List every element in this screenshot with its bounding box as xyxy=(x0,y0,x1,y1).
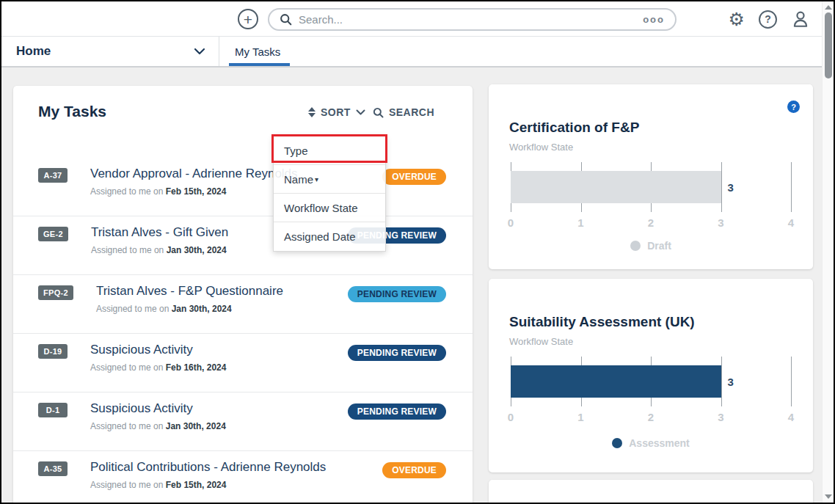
chart-help-icon[interactable]: ? xyxy=(787,101,800,113)
assigned-prefix: Assigned to me on xyxy=(90,480,163,490)
add-button[interactable]: + xyxy=(238,9,258,29)
axis-tick-label: 2 xyxy=(648,411,654,423)
assigned-prefix: Assigned to me on xyxy=(90,186,163,197)
task-title[interactable]: Suspicious Activity xyxy=(90,342,348,358)
panel-title: My Tasks xyxy=(38,103,106,120)
task-id-badge: D-19 xyxy=(38,344,68,359)
chart-title: Certification of F&P xyxy=(509,120,639,136)
scrollbar-thumb[interactable] xyxy=(825,12,832,78)
sort-option-assigned-date[interactable]: Assigned Date xyxy=(274,222,385,251)
chevron-down-icon xyxy=(194,48,205,55)
bar-data-label: 3 xyxy=(728,181,734,194)
topbar: + ooo ⚙ ? xyxy=(1,1,834,37)
sort-option-type[interactable]: Type xyxy=(274,136,385,165)
chart-legend: Assessment xyxy=(489,437,813,449)
axis-tick-label: 2 xyxy=(648,216,654,229)
assigned-date: Jan 30th, 2024 xyxy=(167,245,227,255)
legend-label: Assessment xyxy=(629,437,690,449)
axis-tick-label: 1 xyxy=(577,411,583,423)
help-glyph: ? xyxy=(791,103,796,112)
status-badge: PENDING REVIEW xyxy=(348,403,446,420)
legend-item[interactable]: Assessment xyxy=(612,437,690,449)
axis-tick-label: 1 xyxy=(577,216,583,229)
chart-title: Suitability Assessment (UK) xyxy=(509,314,695,330)
menu-item-label: Workflow State xyxy=(284,202,358,214)
task-row[interactable]: A-35 Political Contributions - Adrienne … xyxy=(13,451,473,504)
menu-item-label: Name xyxy=(284,173,313,186)
active-tab-indicator xyxy=(229,63,290,66)
axis-tick-label: 0 xyxy=(508,216,514,229)
status-badge: OVERDUE xyxy=(382,462,446,478)
axis-tick-label: 3 xyxy=(718,216,723,229)
sort-dropdown-menu: Type Name ▾ Workflow State Assigned Date xyxy=(273,136,386,252)
legend-dot-icon xyxy=(612,438,622,448)
sort-icon xyxy=(308,107,316,117)
task-title[interactable]: Suspicious Activity xyxy=(90,401,348,417)
legend-item[interactable]: Draft xyxy=(630,240,671,252)
task-row[interactable]: D-1 Suspicious Activity Assigned to me o… xyxy=(13,392,473,451)
user-profile-icon[interactable] xyxy=(791,10,810,29)
scroll-up-arrow-icon[interactable] xyxy=(825,5,832,10)
my-tasks-panel: My Tasks SORT SEARCH A-37 xyxy=(13,86,473,504)
settings-gear-icon[interactable]: ⚙ xyxy=(729,10,745,29)
task-row[interactable]: FPQ-2 Tristan Alves - F&P Questionnaire … xyxy=(13,275,473,334)
search-more-options-icon[interactable]: ooo xyxy=(643,14,665,25)
task-id-badge: D-1 xyxy=(38,403,68,417)
assigned-date: Jan 30th, 2024 xyxy=(166,421,226,431)
home-label: Home xyxy=(16,44,194,59)
axis-tick-label: 0 xyxy=(508,411,514,423)
legend-label: Draft xyxy=(647,240,671,252)
axis-tick-label: 4 xyxy=(788,216,794,229)
task-title[interactable]: Political Contributions - Adrienne Reyno… xyxy=(90,459,382,475)
assigned-prefix: Assigned to me on xyxy=(96,304,169,314)
navbar: Home My Tasks xyxy=(1,37,834,67)
search-icon xyxy=(373,107,384,118)
bar-draft[interactable] xyxy=(511,171,721,203)
bar-assessment[interactable] xyxy=(511,365,721,398)
scroll-down-arrow-icon[interactable] xyxy=(825,494,832,499)
status-badge: PENDING REVIEW xyxy=(348,286,446,302)
home-dropdown[interactable]: Home xyxy=(1,37,219,66)
menu-item-label: Assigned Date xyxy=(284,230,356,243)
help-icon[interactable]: ? xyxy=(759,10,777,29)
sort-button[interactable]: SORT xyxy=(308,106,365,118)
search-button[interactable]: SEARCH xyxy=(373,106,434,118)
assigned-prefix: Assigned to me on xyxy=(90,362,163,373)
menu-item-label: Type xyxy=(284,145,308,157)
chart-card-certification: ? Certification of F&P Workflow State 01… xyxy=(489,84,813,269)
task-row[interactable]: A-37 Vendor Approval - Adrienne Reynolds… xyxy=(13,158,473,216)
status-badge: OVERDUE xyxy=(382,169,446,185)
assigned-date: Jan 30th, 2024 xyxy=(172,304,232,314)
bar-data-label: 3 xyxy=(728,376,734,388)
tab-my-tasks[interactable]: My Tasks xyxy=(235,37,280,66)
legend-dot-icon xyxy=(630,241,641,251)
sort-direction-caret-icon: ▾ xyxy=(315,175,318,183)
assigned-prefix: Assigned to me on xyxy=(90,421,163,431)
bar-plot: 012343 xyxy=(511,357,791,406)
axis-tick-line xyxy=(791,162,792,212)
axis-tick-label: 3 xyxy=(718,411,723,423)
search-icon xyxy=(280,13,292,26)
task-id-badge: A-37 xyxy=(38,168,68,183)
task-list: A-37 Vendor Approval - Adrienne Reynolds… xyxy=(13,158,473,504)
assigned-date: Feb 15th, 2024 xyxy=(166,186,227,197)
chevron-down-icon xyxy=(356,109,365,115)
task-title[interactable]: Tristan Alves - F&P Questionnaire xyxy=(96,283,348,299)
chart-subtitle: Workflow State xyxy=(509,142,573,153)
task-id-badge: GE-2 xyxy=(38,227,68,241)
chart-legend: Draft xyxy=(489,240,813,252)
axis-tick-label: 4 xyxy=(788,411,794,423)
task-id-badge: FPQ-2 xyxy=(38,285,73,300)
sort-option-workflow-state[interactable]: Workflow State xyxy=(274,194,385,222)
plus-icon: + xyxy=(244,12,252,27)
assigned-prefix: Assigned to me on xyxy=(91,245,164,255)
page-scrollbar[interactable] xyxy=(822,1,834,503)
bar-plot: 012343 xyxy=(511,162,791,212)
search-input[interactable] xyxy=(299,13,643,26)
task-row[interactable]: D-19 Suspicious Activity Assigned to me … xyxy=(13,334,473,392)
task-row[interactable]: GE-2 Tristan Alves - Gift Given Assigned… xyxy=(13,216,473,275)
global-search[interactable]: ooo xyxy=(268,8,677,31)
axis-tick-line xyxy=(791,357,792,406)
sort-option-name[interactable]: Name ▾ xyxy=(274,165,385,194)
panel-controls: SORT SEARCH xyxy=(308,106,434,118)
